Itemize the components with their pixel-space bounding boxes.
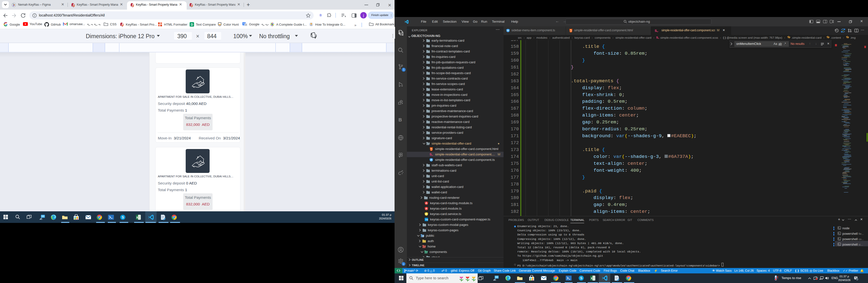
- svg-text:S: S: [122, 215, 124, 219]
- svg-text:X: X: [136, 216, 138, 219]
- svg-text:S: S: [655, 29, 657, 32]
- svg-text:TS: TS: [425, 218, 428, 221]
- svg-text:T: T: [857, 279, 858, 280]
- svg-text:D: D: [191, 23, 193, 26]
- svg-text:S: S: [430, 153, 432, 156]
- svg-text:X: X: [591, 277, 593, 280]
- svg-text:S: S: [580, 276, 583, 280]
- svg-text:S: S: [656, 36, 658, 39]
